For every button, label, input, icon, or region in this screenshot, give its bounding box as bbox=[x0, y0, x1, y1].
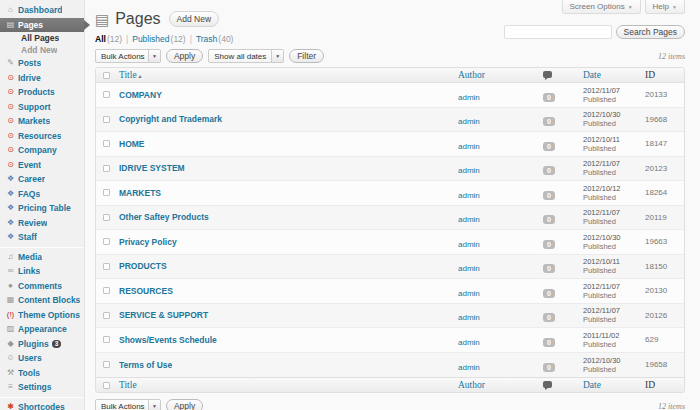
row-checkbox[interactable] bbox=[103, 116, 110, 123]
author-link[interactable]: admin bbox=[458, 264, 480, 273]
sidebar-item-links[interactable]: ∞Links bbox=[0, 264, 84, 279]
select-all-checkbox[interactable] bbox=[103, 382, 110, 389]
row-checkbox[interactable] bbox=[103, 140, 110, 147]
search-pages-button[interactable]: Search Pages bbox=[616, 25, 685, 39]
page-title-link[interactable]: RESOURCES bbox=[119, 286, 452, 296]
sidebar-item-theme-options[interactable]: (!)Theme Options bbox=[0, 308, 84, 323]
sidebar-item-faqs[interactable]: ❖FAQs bbox=[0, 187, 84, 202]
column-header-comments[interactable] bbox=[540, 70, 580, 80]
comment-count-bubble[interactable]: 0 bbox=[543, 363, 555, 372]
comment-count-bubble[interactable]: 0 bbox=[543, 264, 555, 273]
page-title-link[interactable]: Shows/Events Schedule bbox=[119, 335, 452, 345]
page-title-link[interactable]: Other Saftey Products bbox=[119, 212, 452, 222]
sidebar-item-pages[interactable]: ▤Pages bbox=[0, 18, 84, 33]
sidebar-item-posts[interactable]: ✎Posts bbox=[0, 56, 84, 71]
row-checkbox[interactable] bbox=[103, 287, 110, 294]
row-checkbox[interactable] bbox=[103, 165, 110, 172]
add-new-button[interactable]: Add New bbox=[169, 11, 220, 27]
sidebar-item-comments[interactable]: ●Comments bbox=[0, 279, 84, 294]
column-footer-date[interactable]: Date bbox=[580, 380, 642, 390]
filter-button[interactable]: Filter bbox=[289, 49, 324, 63]
column-footer-title[interactable]: Title bbox=[116, 380, 455, 390]
author-link[interactable]: admin bbox=[458, 142, 480, 151]
author-link[interactable]: admin bbox=[458, 338, 480, 347]
sidebar-item-event[interactable]: ⊙Event bbox=[0, 158, 84, 173]
page-title-link[interactable]: COMPANY bbox=[119, 90, 452, 100]
row-checkbox[interactable] bbox=[103, 263, 110, 270]
search-input[interactable] bbox=[504, 25, 612, 39]
comment-count-bubble[interactable]: 0 bbox=[543, 166, 555, 175]
column-header-date[interactable]: Date bbox=[580, 70, 642, 80]
page-title-link[interactable]: PRODUCTS bbox=[119, 261, 452, 271]
column-footer-author[interactable]: Author bbox=[455, 380, 540, 390]
row-checkbox[interactable] bbox=[103, 91, 110, 98]
page-title-link[interactable]: MARKETS bbox=[119, 188, 452, 198]
comment-count-bubble[interactable]: 0 bbox=[543, 215, 555, 224]
page-title-link[interactable]: Privacy Policy bbox=[119, 237, 452, 247]
column-header-author[interactable]: Author bbox=[455, 70, 540, 80]
page-title-link[interactable]: IDRIVE SYSTEM bbox=[119, 163, 452, 173]
page-title-link[interactable]: Copyright and Trademark bbox=[119, 114, 452, 124]
row-checkbox[interactable] bbox=[103, 336, 110, 343]
comment-count-bubble[interactable]: 0 bbox=[543, 289, 555, 298]
sidebar-item-staff[interactable]: ❖Staff bbox=[0, 230, 84, 245]
row-checkbox[interactable] bbox=[103, 189, 110, 196]
bulk-actions-select-bottom[interactable]: Bulk Actions ▼ bbox=[95, 399, 161, 410]
sidebar-item-resources[interactable]: ⊙Resources bbox=[0, 129, 84, 144]
author-link[interactable]: admin bbox=[458, 313, 480, 322]
comment-count-bubble[interactable]: 0 bbox=[543, 142, 555, 151]
view-all-link[interactable]: All bbox=[95, 34, 106, 44]
author-link[interactable]: admin bbox=[458, 93, 480, 102]
sidebar-item-review[interactable]: ❖Review bbox=[0, 216, 84, 231]
sidebar-item-markets[interactable]: ⊙Markets bbox=[0, 114, 84, 129]
comment-count-bubble[interactable]: 0 bbox=[543, 240, 555, 249]
sidebar-item-settings[interactable]: ≡Settings bbox=[0, 380, 84, 395]
author-link[interactable]: admin bbox=[458, 117, 480, 126]
sidebar-item-appearance[interactable]: ▨Appearance bbox=[0, 322, 84, 337]
bulk-actions-select[interactable]: Bulk Actions ▼ bbox=[95, 49, 161, 63]
sidebar-item-products[interactable]: ⊙Products bbox=[0, 85, 84, 100]
column-footer-comments[interactable] bbox=[540, 380, 580, 390]
apply-button-bottom[interactable]: Apply bbox=[166, 399, 203, 410]
sidebar-item-shortcodes[interactable]: ✱Shortcodes bbox=[0, 400, 84, 410]
sidebar-item-media[interactable]: ♫Media bbox=[0, 250, 84, 265]
row-checkbox[interactable] bbox=[103, 312, 110, 319]
sidebar-item-career[interactable]: ❖Career bbox=[0, 172, 84, 187]
sidebar-item-idrive[interactable]: ⊙Idrive bbox=[0, 71, 84, 86]
author-link[interactable]: admin bbox=[458, 240, 480, 249]
help-tab[interactable]: Help ▼ bbox=[645, 0, 685, 14]
comment-count-bubble[interactable]: 0 bbox=[543, 338, 555, 347]
sidebar-item-content-blocks[interactable]: ▦Content Blocks bbox=[0, 293, 84, 308]
sidebar-item-support[interactable]: ⊙Support bbox=[0, 100, 84, 115]
comment-count-bubble[interactable]: 0 bbox=[543, 191, 555, 200]
sidebar-item-users[interactable]: ☺Users bbox=[0, 351, 84, 366]
sidebar-item-add-new[interactable]: Add New bbox=[0, 44, 84, 56]
author-link[interactable]: admin bbox=[458, 363, 480, 372]
apply-button[interactable]: Apply bbox=[166, 49, 203, 63]
sidebar-item-dashboard[interactable]: ⌂Dashboard bbox=[0, 3, 84, 18]
sidebar-item-all-pages[interactable]: All Pages bbox=[0, 32, 84, 44]
row-checkbox[interactable] bbox=[103, 214, 110, 221]
row-checkbox[interactable] bbox=[103, 361, 110, 368]
sidebar-item-pricing-table[interactable]: ❖Pricing Table bbox=[0, 201, 84, 216]
page-title-link[interactable]: Terms of Use bbox=[119, 360, 452, 370]
page-title-link[interactable]: HOME bbox=[119, 139, 452, 149]
column-header-title[interactable]: Title▴ bbox=[116, 70, 455, 80]
author-link[interactable]: admin bbox=[458, 215, 480, 224]
view-trash-link[interactable]: Trash bbox=[196, 34, 217, 44]
comment-count-bubble[interactable]: 0 bbox=[543, 93, 555, 102]
author-link[interactable]: admin bbox=[458, 289, 480, 298]
view-published-link[interactable]: Published bbox=[132, 34, 169, 44]
row-checkbox[interactable] bbox=[103, 238, 110, 245]
sidebar-item-tools[interactable]: ⚒Tools bbox=[0, 366, 84, 381]
comment-count-bubble[interactable]: 0 bbox=[543, 117, 555, 126]
author-link[interactable]: admin bbox=[458, 166, 480, 175]
author-link[interactable]: admin bbox=[458, 191, 480, 200]
page-title-link[interactable]: SERVICE & SUPPORT bbox=[119, 310, 452, 320]
screen-options-tab[interactable]: Screen Options ▼ bbox=[562, 0, 641, 14]
comment-count-bubble[interactable]: 0 bbox=[543, 313, 555, 322]
dates-filter-select[interactable]: Show all dates ▼ bbox=[208, 49, 284, 63]
sidebar-item-company[interactable]: ⊙Company bbox=[0, 143, 84, 158]
select-all-checkbox[interactable] bbox=[103, 72, 110, 79]
sidebar-item-plugins[interactable]: ◆Plugins3 bbox=[0, 337, 84, 352]
